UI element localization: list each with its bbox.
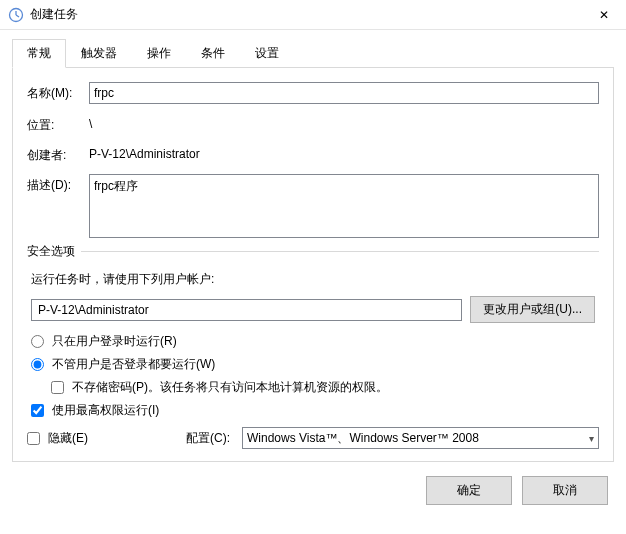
check-hidden-input[interactable] bbox=[27, 432, 40, 445]
ok-button[interactable]: 确定 bbox=[426, 476, 512, 505]
window-title: 创建任务 bbox=[30, 6, 581, 23]
location-value: \ bbox=[89, 114, 599, 131]
tab-conditions[interactable]: 条件 bbox=[186, 39, 240, 68]
tab-triggers[interactable]: 触发器 bbox=[66, 39, 132, 68]
description-label: 描述(D): bbox=[27, 174, 89, 194]
radio-only-logged-on-input[interactable] bbox=[31, 335, 44, 348]
radio-whether-logged[interactable]: 不管用户是否登录都要运行(W) bbox=[31, 356, 595, 373]
cancel-button[interactable]: 取消 bbox=[522, 476, 608, 505]
check-hidden[interactable]: 隐藏(E) bbox=[27, 430, 88, 447]
user-account-display: P-V-12\Administrator bbox=[31, 299, 462, 321]
tab-general[interactable]: 常规 bbox=[12, 39, 66, 68]
title-bar: 创建任务 ✕ bbox=[0, 0, 626, 30]
configure-for-value: Windows Vista™、Windows Server™ 2008 bbox=[247, 430, 479, 447]
tab-strip: 常规 触发器 操作 条件 设置 bbox=[12, 38, 614, 68]
check-no-password[interactable]: 不存储密码(P)。该任务将只有访问本地计算机资源的权限。 bbox=[51, 379, 595, 396]
tab-actions[interactable]: 操作 bbox=[132, 39, 186, 68]
chevron-down-icon: ▾ bbox=[589, 433, 594, 444]
check-no-password-label: 不存储密码(P)。该任务将只有访问本地计算机资源的权限。 bbox=[72, 379, 388, 396]
tab-settings[interactable]: 设置 bbox=[240, 39, 294, 68]
check-highest-priv[interactable]: 使用最高权限运行(I) bbox=[31, 402, 595, 419]
change-user-button[interactable]: 更改用户或组(U)... bbox=[470, 296, 595, 323]
clock-icon bbox=[8, 7, 24, 23]
close-icon: ✕ bbox=[599, 8, 609, 22]
dialog-footer: 确定 取消 bbox=[0, 462, 626, 519]
name-input[interactable] bbox=[89, 82, 599, 104]
radio-whether-logged-label: 不管用户是否登录都要运行(W) bbox=[52, 356, 215, 373]
check-highest-priv-input[interactable] bbox=[31, 404, 44, 417]
general-panel: 名称(M): 位置: \ 创建者: P-V-12\Administrator 描… bbox=[12, 68, 614, 462]
name-label: 名称(M): bbox=[27, 82, 89, 102]
radio-whether-logged-input[interactable] bbox=[31, 358, 44, 371]
radio-only-logged-on-label: 只在用户登录时运行(R) bbox=[52, 333, 177, 350]
check-no-password-input[interactable] bbox=[51, 381, 64, 394]
configure-for-select[interactable]: Windows Vista™、Windows Server™ 2008 ▾ bbox=[242, 427, 599, 449]
author-label: 创建者: bbox=[27, 144, 89, 164]
close-button[interactable]: ✕ bbox=[581, 0, 626, 30]
description-input[interactable]: frpc程序 bbox=[89, 174, 599, 238]
author-value: P-V-12\Administrator bbox=[89, 144, 599, 161]
radio-only-logged-on[interactable]: 只在用户登录时运行(R) bbox=[31, 333, 595, 350]
check-hidden-label: 隐藏(E) bbox=[48, 430, 88, 447]
location-label: 位置: bbox=[27, 114, 89, 134]
content-area: 常规 触发器 操作 条件 设置 名称(M): 位置: \ 创建者: P-V-12… bbox=[0, 30, 626, 462]
check-highest-priv-label: 使用最高权限运行(I) bbox=[52, 402, 159, 419]
security-options-label: 安全选项 bbox=[27, 251, 599, 269]
svg-line-2 bbox=[16, 15, 19, 17]
configure-for-label: 配置(C): bbox=[186, 430, 230, 447]
run-as-prompt: 运行任务时，请使用下列用户帐户: bbox=[31, 271, 595, 288]
